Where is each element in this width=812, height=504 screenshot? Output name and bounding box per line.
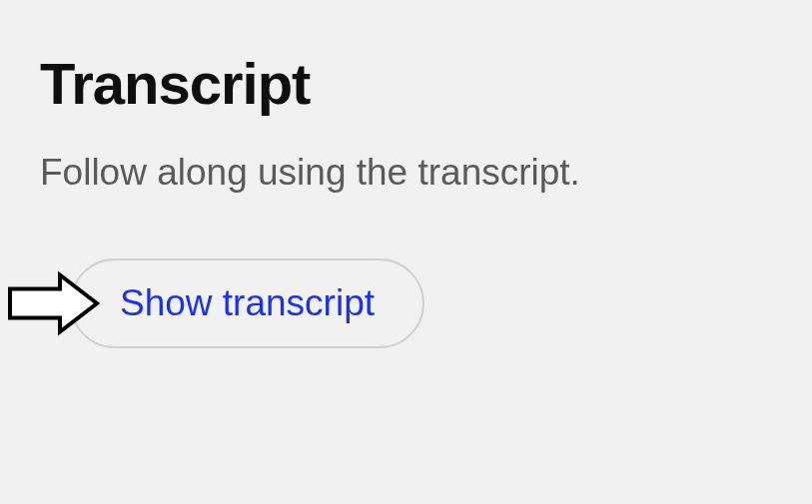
pointer-arrow-icon [5,271,100,336]
transcript-section: Transcript Follow along using the transc… [40,50,772,348]
section-description: Follow along using the transcript. [40,152,772,194]
section-title: Transcript [40,50,772,117]
show-transcript-button[interactable]: Show transcript [70,258,424,348]
button-row: Show transcript [40,258,772,348]
show-transcript-button-label: Show transcript [120,282,375,324]
